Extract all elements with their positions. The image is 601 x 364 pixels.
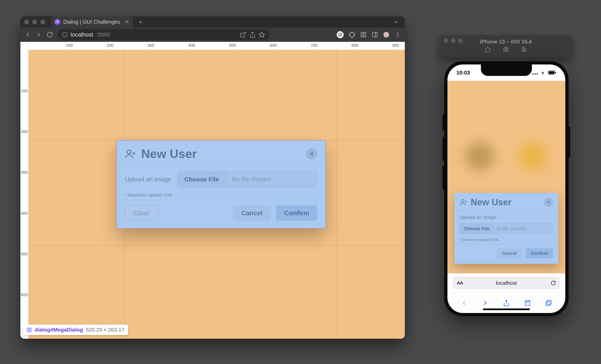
extensions-icon[interactable] xyxy=(349,32,355,38)
close-button[interactable] xyxy=(306,148,317,160)
ruler-tick: 200 xyxy=(107,43,113,48)
power-button[interactable] xyxy=(568,127,570,157)
sim-maximize-icon[interactable] xyxy=(458,38,463,43)
svg-line-3 xyxy=(242,32,246,35)
svg-point-6 xyxy=(338,33,342,37)
confirm-button[interactable]: Confirm xyxy=(276,205,317,221)
simulator-toolbar: iPhone 13 – iOS 15.4 xyxy=(440,35,572,58)
new-tab-button[interactable]: ＋ xyxy=(138,18,144,26)
reader-aa-icon[interactable]: AA xyxy=(457,280,463,286)
svg-rect-22 xyxy=(30,328,31,330)
svg-point-30 xyxy=(534,73,535,74)
ruler-tick: 400 xyxy=(188,43,195,48)
mobile-upload-label: Upload an image xyxy=(460,214,553,220)
inspector-selector: dialog#MegaDialog xyxy=(35,327,83,333)
add-user-icon xyxy=(460,198,468,206)
svg-rect-35 xyxy=(549,71,554,74)
svg-rect-21 xyxy=(27,328,29,330)
choose-file-button[interactable]: Choose File xyxy=(177,172,226,187)
mobile-cancel-button[interactable]: Cancel xyxy=(497,248,522,259)
toolbar-right xyxy=(337,31,401,38)
ruler-tick: 200 xyxy=(21,129,28,134)
volume-up-button[interactable] xyxy=(442,137,445,161)
safari-reload-icon[interactable] xyxy=(551,280,556,286)
browser-tab[interactable]: ✦ Dialog | GUI Challenges ✕ xyxy=(51,16,133,28)
viewport: 100200300400500600700800900 100200300400… xyxy=(20,42,405,339)
maximize-window-icon[interactable] xyxy=(40,20,45,24)
favicon-icon: ✦ xyxy=(55,19,60,25)
mobile-file-input[interactable]: Choose File no file selected xyxy=(460,223,553,234)
upload-hint: * Maximum upload 1mb xyxy=(125,192,317,198)
close-tab-icon[interactable]: ✕ xyxy=(125,19,129,25)
svg-point-15 xyxy=(397,36,398,37)
inspector-dimensions: 520.29 × 263.17 xyxy=(86,327,124,333)
back-button[interactable] xyxy=(24,31,31,38)
safari-forward-icon[interactable] xyxy=(482,300,489,306)
profile-avatar-icon[interactable] xyxy=(383,32,389,38)
iphone-device: 10:03 New User xyxy=(444,61,569,316)
safari-url-pill[interactable]: AA localhost xyxy=(453,277,560,289)
titlebar: ✦ Dialog | GUI Challenges ✕ ＋ xyxy=(20,16,405,28)
ruler-corner xyxy=(20,42,29,50)
safari-tabs-icon[interactable] xyxy=(545,300,552,306)
svg-point-29 xyxy=(532,73,533,74)
svg-rect-23 xyxy=(27,330,29,332)
dialog-title: New User xyxy=(141,147,301,161)
clear-button[interactable]: Clear xyxy=(125,205,158,221)
extension-compass-icon[interactable] xyxy=(337,31,344,38)
svg-rect-44 xyxy=(546,301,550,305)
mobile-mega-dialog: New User Upload an image Choose File no … xyxy=(454,193,558,264)
battery-icon xyxy=(548,71,556,75)
bookmark-icon[interactable] xyxy=(259,31,265,38)
open-external-icon[interactable] xyxy=(240,31,246,38)
guide-horizontal[interactable] xyxy=(29,246,405,246)
file-name-display: No file chosen xyxy=(226,172,317,187)
chevron-down-icon[interactable] xyxy=(393,19,399,25)
svg-point-13 xyxy=(397,32,398,33)
volume-down-button[interactable] xyxy=(442,165,445,190)
kebab-menu-icon[interactable] xyxy=(395,32,401,38)
sim-screenshot-icon[interactable] xyxy=(503,47,509,52)
sim-close-icon[interactable] xyxy=(444,38,448,43)
svg-rect-27 xyxy=(522,47,524,51)
reload-button[interactable] xyxy=(47,31,53,38)
svg-point-12 xyxy=(383,32,389,38)
safari-back-icon[interactable] xyxy=(461,300,468,306)
mobile-close-button[interactable] xyxy=(544,198,553,207)
element-inspector-badge[interactable]: dialog#MegaDialog 520.29 × 263.17 xyxy=(23,325,128,335)
svg-point-16 xyxy=(127,150,131,154)
background-blur xyxy=(447,142,565,171)
svg-point-32 xyxy=(537,73,538,74)
sim-minimize-icon[interactable] xyxy=(451,38,455,43)
mute-switch[interactable] xyxy=(442,114,445,131)
devtools-panel-icon[interactable] xyxy=(372,32,378,38)
forward-button[interactable] xyxy=(35,31,42,38)
mobile-choose-file-button[interactable]: Choose File xyxy=(460,224,493,234)
add-user-icon xyxy=(125,148,136,160)
home-indicator[interactable] xyxy=(483,309,530,310)
mega-dialog: New User Upload an image Choose File No … xyxy=(116,140,326,229)
cancel-button[interactable]: Cancel xyxy=(233,205,271,221)
ruler-vertical: 100200300400500600 xyxy=(20,50,29,339)
media-icon[interactable] xyxy=(360,32,366,38)
safari-share-icon[interactable] xyxy=(503,300,510,306)
sim-home-icon[interactable] xyxy=(485,47,491,52)
close-window-icon[interactable] xyxy=(24,20,29,24)
minimize-window-icon[interactable] xyxy=(32,20,37,24)
page-canvas: New User Upload an image Choose File No … xyxy=(29,50,405,339)
mobile-confirm-button[interactable]: Confirm xyxy=(525,248,553,259)
safari-bookmarks-icon[interactable] xyxy=(524,300,531,306)
sim-rotate-icon[interactable] xyxy=(521,47,527,52)
site-info-icon[interactable] xyxy=(62,32,68,38)
address-bar[interactable]: localhost:3000 xyxy=(58,29,270,40)
file-input[interactable]: Choose File No file chosen xyxy=(177,172,317,187)
notch xyxy=(481,64,532,76)
upload-label: Upload an image xyxy=(125,176,171,183)
ruler-tick: 400 xyxy=(21,211,28,216)
svg-point-31 xyxy=(535,73,536,74)
ruler-tick: 100 xyxy=(21,89,28,93)
share-icon[interactable] xyxy=(249,31,256,38)
mobile-file-display: no file selected xyxy=(493,224,553,234)
cellular-icon xyxy=(532,71,538,75)
safari-address-bar: AA localhost xyxy=(447,273,565,293)
